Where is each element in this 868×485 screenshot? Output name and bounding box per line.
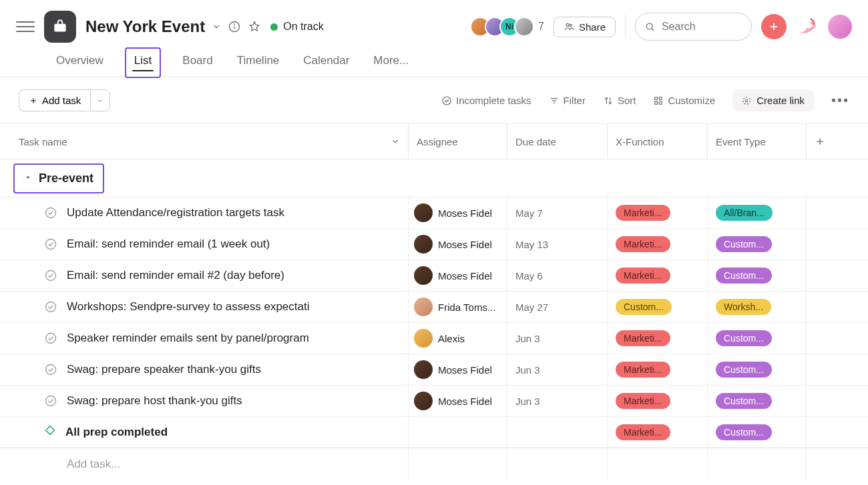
task-name-cell[interactable]: Speaker reminder emails sent by panel/pr…	[0, 323, 409, 354]
assignee-cell[interactable]: Alexis	[409, 323, 507, 354]
column-xfunction[interactable]: X-Function	[608, 124, 708, 159]
plus-icon	[29, 96, 38, 105]
task-name-cell[interactable]: Email: send reminder email #2 (day befor…	[0, 260, 409, 291]
due-date-cell[interactable]: May 6	[507, 260, 608, 291]
due-date-cell[interactable]: Jun 3	[507, 386, 608, 416]
event-type-cell[interactable]: Custom...	[708, 323, 807, 354]
filter-button[interactable]: Filter	[549, 95, 586, 106]
upgrade-icon[interactable]	[796, 15, 819, 38]
event-type-cell[interactable]: Custom...	[708, 417, 807, 447]
due-date-cell[interactable]: May 27	[507, 292, 608, 322]
due-date-cell[interactable]: May 13	[507, 229, 608, 260]
tab-list[interactable]: List	[125, 47, 161, 78]
task-name-cell[interactable]: Workshops: Sendpre-survey to assess expe…	[0, 292, 409, 322]
search-box[interactable]	[635, 13, 752, 41]
tab-more[interactable]: More...	[371, 54, 411, 77]
section-header[interactable]: Pre-event	[13, 163, 104, 193]
task-row[interactable]: Workshops: Sendpre-survey to assess expe…	[0, 291, 868, 322]
column-task-name[interactable]: Task name	[0, 124, 409, 159]
menu-toggle[interactable]	[16, 17, 35, 36]
add-task-label: Add task	[42, 95, 81, 106]
complete-checkbox[interactable]	[44, 300, 57, 314]
assignee-cell[interactable]: Frida Toms...	[409, 292, 507, 322]
task-row[interactable]: Swag: prepare host thank-you giftsMoses …	[0, 385, 868, 416]
info-icon[interactable]	[228, 20, 241, 33]
add-task-dropdown[interactable]	[90, 89, 110, 111]
project-title[interactable]: New York Event	[85, 17, 205, 36]
event-type-cell[interactable]: Worksh...	[708, 292, 807, 322]
complete-checkbox[interactable]	[44, 394, 57, 408]
xfunction-cell[interactable]: Marketi...	[608, 417, 708, 447]
svg-point-20	[746, 99, 748, 102]
milestone-icon[interactable]	[44, 424, 56, 440]
task-row[interactable]: Update Attendance/registration targets t…	[0, 197, 868, 228]
task-row[interactable]: All prep completedMarketi...Custom...	[0, 416, 868, 448]
user-avatar[interactable]	[828, 15, 852, 39]
complete-checkbox[interactable]	[44, 237, 57, 251]
complete-checkbox[interactable]	[44, 363, 57, 376]
star-icon[interactable]	[248, 20, 261, 33]
collaborator-stack[interactable]: Ni 7	[475, 17, 544, 37]
assignee-cell[interactable]	[409, 417, 507, 447]
add-task-button[interactable]: Add task	[19, 89, 90, 111]
add-column-button[interactable]	[807, 124, 868, 159]
task-name-cell[interactable]: Swag: prepare speaker thank-you gifts	[0, 354, 409, 385]
tab-board[interactable]: Board	[180, 54, 215, 77]
search-input[interactable]	[662, 21, 742, 33]
assignee-cell[interactable]: Moses Fidel	[409, 229, 507, 260]
xfunction-cell[interactable]: Marketi...	[608, 386, 708, 416]
xfunction-pill: Custom...	[616, 299, 672, 315]
assignee-cell[interactable]: Moses Fidel	[409, 386, 507, 416]
avatar	[414, 329, 433, 348]
xfunction-cell[interactable]: Marketi...	[608, 197, 708, 228]
incomplete-tasks-filter[interactable]: Incomplete tasks	[441, 95, 531, 106]
chevron-down-icon[interactable]	[391, 137, 400, 146]
more-actions[interactable]: •••	[831, 93, 849, 108]
sort-button[interactable]: Sort	[603, 95, 636, 106]
tab-calendar[interactable]: Calendar	[300, 54, 352, 77]
event-type-pill: Custom...	[716, 362, 772, 378]
task-row[interactable]: Speaker reminder emails sent by panel/pr…	[0, 322, 868, 354]
column-assignee[interactable]: Assignee	[409, 124, 507, 159]
column-due-date[interactable]: Due date	[507, 124, 608, 159]
xfunction-cell[interactable]: Marketi...	[608, 323, 708, 354]
event-type-cell[interactable]: Custom...	[708, 229, 807, 260]
due-date-cell[interactable]: Jun 3	[507, 323, 608, 354]
assignee-cell[interactable]: Moses Fidel	[409, 260, 507, 291]
task-name-cell[interactable]: Email: send reminder email (1 week out)	[0, 229, 409, 260]
task-name-cell[interactable]: Update Attendance/registration targets t…	[0, 197, 409, 228]
task-name-cell[interactable]: Swag: prepare host thank-you gifts	[0, 386, 409, 416]
xfunction-cell[interactable]: Custom...	[608, 292, 708, 322]
add-task-inline[interactable]: Add task...	[0, 448, 409, 480]
due-date-cell[interactable]: May 7	[507, 197, 608, 228]
due-date-cell[interactable]	[507, 417, 608, 447]
xfunction-cell[interactable]: Marketi...	[608, 229, 708, 260]
task-row[interactable]: Swag: prepare speaker thank-you giftsMos…	[0, 354, 868, 385]
xfunction-cell[interactable]: Marketi...	[608, 354, 708, 385]
task-row[interactable]: Email: send reminder email #2 (day befor…	[0, 260, 868, 291]
column-event-type[interactable]: Event Type	[708, 124, 807, 159]
customize-button[interactable]: Customize	[653, 95, 715, 106]
status-chip[interactable]: On track	[270, 21, 323, 33]
due-date-cell[interactable]: Jun 3	[507, 354, 608, 385]
complete-checkbox[interactable]	[44, 206, 57, 219]
event-type-cell[interactable]: All/Bran...	[708, 197, 807, 228]
assignee-cell[interactable]: Moses Fidel	[409, 197, 507, 228]
complete-checkbox[interactable]	[44, 269, 57, 282]
task-row[interactable]: Email: send reminder email (1 week out)M…	[0, 228, 868, 260]
event-type-cell[interactable]: Custom...	[708, 354, 807, 385]
complete-checkbox[interactable]	[44, 332, 57, 345]
share-button[interactable]: Share	[554, 17, 616, 37]
assignee-cell[interactable]: Moses Fidel	[409, 354, 507, 385]
svg-point-5	[570, 24, 572, 26]
tab-overview[interactable]: Overview	[53, 54, 106, 77]
event-type-cell[interactable]: Custom...	[708, 260, 807, 291]
global-add-button[interactable]	[761, 14, 787, 39]
tab-timeline[interactable]: Timeline	[234, 54, 282, 77]
event-type-cell[interactable]: Custom...	[708, 386, 807, 416]
section-title: Pre-event	[39, 171, 93, 185]
xfunction-cell[interactable]: Marketi...	[608, 260, 708, 291]
chevron-down-icon[interactable]	[212, 22, 221, 31]
task-name-cell[interactable]: All prep completed	[0, 417, 409, 447]
create-link-button[interactable]: Create link	[732, 89, 814, 111]
